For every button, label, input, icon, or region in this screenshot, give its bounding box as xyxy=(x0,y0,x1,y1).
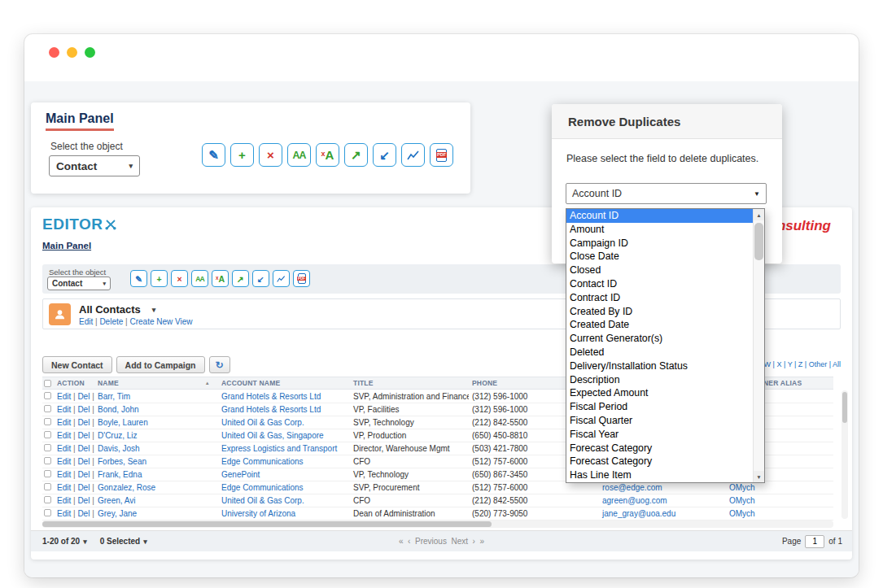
alias-link[interactable]: OMych xyxy=(729,509,755,518)
create-new-view-link[interactable]: Create New View xyxy=(129,317,192,326)
del-link[interactable]: Del xyxy=(77,405,90,414)
edit-link[interactable]: Edit xyxy=(57,509,71,518)
option-created-date[interactable]: Created Date xyxy=(566,318,753,332)
view-edit-link[interactable]: Edit xyxy=(79,317,93,326)
header-phone[interactable]: PHONE xyxy=(469,379,553,387)
option-amount[interactable]: Amount xyxy=(566,223,753,237)
row-checkbox[interactable] xyxy=(44,470,51,477)
minimize-window-icon[interactable] xyxy=(67,47,77,58)
email-link[interactable]: rose@edge.com xyxy=(602,483,662,492)
account-name-link[interactable]: Edge Communications xyxy=(221,483,304,492)
account-name-link[interactable]: Grand Hotels & Resorts Ltd xyxy=(221,392,321,401)
remove-duplicates-icon-button[interactable]: xA xyxy=(316,143,339,167)
tab-main-panel[interactable]: Main Panel xyxy=(42,241,91,250)
contact-name-link[interactable]: Bond, John xyxy=(98,405,139,414)
option-forecast-category[interactable]: Forecast Category xyxy=(566,442,753,455)
add-to-campaign-button[interactable]: Add to Campaign xyxy=(116,356,205,373)
del-link[interactable]: Del xyxy=(77,470,90,479)
listbox-scrollbar[interactable]: ▲ ▼ xyxy=(753,209,764,482)
pdf-icon-button[interactable]: PDF xyxy=(430,143,453,167)
option-forecast-category-2[interactable]: Forecast Category xyxy=(566,455,753,468)
del-link[interactable]: Del xyxy=(77,457,90,466)
del-link[interactable]: Del xyxy=(77,392,90,401)
chart-icon-button[interactable] xyxy=(401,143,425,167)
option-current-generators[interactable]: Current Generator(s) xyxy=(566,332,753,346)
option-closed[interactable]: Closed xyxy=(566,264,753,277)
vertical-scrollbar[interactable] xyxy=(841,390,848,519)
account-name-link[interactable]: University of Arizona xyxy=(221,509,295,518)
edit-link[interactable]: Edit xyxy=(57,431,71,440)
row-checkbox[interactable] xyxy=(44,496,51,503)
row-checkbox[interactable] xyxy=(44,509,51,516)
row-checkbox[interactable] xyxy=(44,418,51,425)
email-link[interactable]: jane_gray@uoa.edu xyxy=(602,509,675,518)
edit-link[interactable]: Edit xyxy=(57,392,71,401)
export-icon-button[interactable]: ↗ xyxy=(344,143,368,167)
new-contact-button[interactable]: New Contact xyxy=(42,356,112,373)
account-name-link[interactable]: United Oil & Gas, Singapore xyxy=(221,431,324,440)
view-select[interactable]: All Contacts ▾ xyxy=(79,303,155,316)
del-link[interactable]: Del xyxy=(77,483,90,492)
vertical-scrollbar-thumb[interactable] xyxy=(842,392,847,423)
listbox-scrollbar-thumb[interactable] xyxy=(754,223,763,260)
option-fiscal-quarter[interactable]: Fiscal Quarter xyxy=(566,414,753,428)
email-link[interactable]: agreen@uog.com xyxy=(602,496,667,505)
account-name-link[interactable]: Edge Communications xyxy=(221,457,304,466)
contact-name-link[interactable]: Boyle, Lauren xyxy=(98,418,148,427)
edit-link[interactable]: Edit xyxy=(57,405,71,414)
close-window-icon[interactable] xyxy=(49,47,59,58)
remove-duplicates-icon-button[interactable]: xA xyxy=(212,270,229,287)
contact-name-link[interactable]: Frank, Edna xyxy=(98,470,142,479)
find-duplicates-icon-button[interactable]: AA xyxy=(191,270,208,287)
header-account-name[interactable]: ACCOUNT NAME xyxy=(218,379,350,387)
import-icon-button[interactable]: ↙ xyxy=(373,143,396,167)
view-delete-link[interactable]: Delete xyxy=(99,317,123,326)
object-select[interactable]: Contact ▾ xyxy=(47,277,111,290)
del-link[interactable]: Del xyxy=(77,418,90,427)
row-checkbox[interactable] xyxy=(44,483,51,490)
account-name-link[interactable]: Grand Hotels & Resorts Ltd xyxy=(221,405,321,414)
option-fiscal-period[interactable]: Fiscal Period xyxy=(566,400,753,414)
pagination-controls[interactable]: « ‹ Previous Next › » xyxy=(399,537,484,546)
edit-link[interactable]: Edit xyxy=(57,496,71,505)
edit-link[interactable]: Edit xyxy=(57,470,71,479)
object-select[interactable]: Contact ▾ xyxy=(49,155,140,176)
delete-record-icon-button[interactable]: × xyxy=(259,143,282,167)
del-link[interactable]: Del xyxy=(77,509,90,518)
row-checkbox[interactable] xyxy=(44,444,51,451)
del-link[interactable]: Del xyxy=(77,431,90,440)
edit-link[interactable]: Edit xyxy=(57,418,71,427)
edit-icon-button[interactable]: ✎ xyxy=(202,143,225,167)
del-link[interactable]: Del xyxy=(77,444,90,453)
option-delivery-installation-status[interactable]: Delivery/Installation Status xyxy=(566,359,753,373)
scroll-down-icon[interactable]: ▼ xyxy=(754,471,764,482)
find-duplicates-icon-button[interactable]: AA xyxy=(287,143,311,167)
contact-name-link[interactable]: Barr, Tim xyxy=(98,392,130,401)
option-created-by-id[interactable]: Created By ID xyxy=(566,305,753,319)
contact-name-link[interactable]: Forbes, Sean xyxy=(98,457,146,466)
add-record-icon-button[interactable]: + xyxy=(151,270,168,287)
alias-link[interactable]: OMych xyxy=(729,496,755,505)
account-name-link[interactable]: United Oil & Gas Corp. xyxy=(221,496,304,505)
contact-name-link[interactable]: Green, Avi xyxy=(98,496,136,505)
row-checkbox[interactable] xyxy=(44,431,51,438)
row-checkbox[interactable] xyxy=(44,392,51,399)
field-select[interactable]: Account ID ▼ xyxy=(566,183,767,204)
refresh-button[interactable]: ↻ xyxy=(209,356,230,373)
row-checkbox[interactable] xyxy=(44,457,51,464)
edit-icon-button[interactable]: ✎ xyxy=(130,270,147,287)
horizontal-scrollbar-thumb[interactable] xyxy=(42,521,492,527)
delete-record-icon-button[interactable]: × xyxy=(171,270,188,287)
option-contract-id[interactable]: Contract ID xyxy=(566,291,753,305)
selected-count-dropdown[interactable]: 0 Selected▾ xyxy=(100,537,147,546)
option-close-date[interactable]: Close Date xyxy=(566,250,753,264)
edit-link[interactable]: Edit xyxy=(57,483,71,492)
contact-name-link[interactable]: Gonzalez, Rose xyxy=(98,483,155,492)
account-name-link[interactable]: United Oil & Gas Corp. xyxy=(221,418,304,427)
header-title[interactable]: TITLE xyxy=(350,379,469,387)
header-name[interactable]: NAME▲ xyxy=(94,379,218,387)
chart-icon-button[interactable] xyxy=(273,270,290,287)
select-all-checkbox[interactable] xyxy=(44,380,51,387)
add-record-icon-button[interactable]: + xyxy=(230,143,254,167)
option-has-line-item[interactable]: Has Line Item xyxy=(566,468,753,482)
